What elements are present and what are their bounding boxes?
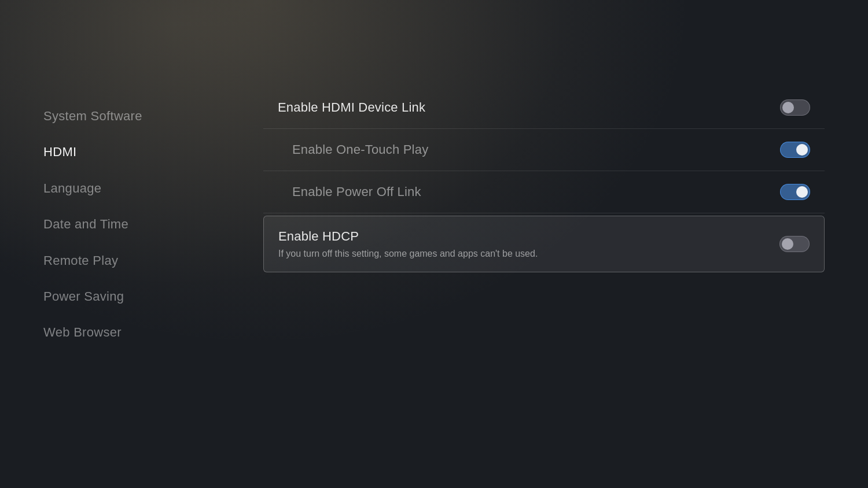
sidebar-item-hdmi[interactable]: HDMI bbox=[43, 134, 252, 170]
setting-text-one-touch-play: Enable One-Touch Play bbox=[292, 142, 780, 157]
setting-label-power-off-link: Enable Power Off Link bbox=[292, 184, 780, 199]
sidebar-item-date-and-time[interactable]: Date and Time bbox=[43, 206, 252, 242]
setting-text-hdcp: Enable HDCPIf you turn off this setting,… bbox=[278, 229, 779, 259]
setting-row-hdcp[interactable]: Enable HDCPIf you turn off this setting,… bbox=[263, 216, 825, 272]
sidebar: System SoftwareHDMILanguageDate and Time… bbox=[43, 81, 252, 453]
setting-text-hdmi-device-link: Enable HDMI Device Link bbox=[278, 100, 780, 115]
setting-row-one-touch-play[interactable]: Enable One-Touch Play bbox=[263, 129, 825, 171]
toggle-hdcp[interactable] bbox=[779, 236, 810, 252]
sidebar-item-language[interactable]: Language bbox=[43, 171, 252, 206]
toggle-power-off-link[interactable] bbox=[780, 184, 810, 200]
toggle-thumb-hdmi-device-link bbox=[782, 102, 794, 113]
toggle-track-hdcp bbox=[779, 236, 810, 252]
toggle-one-touch-play[interactable] bbox=[780, 142, 810, 158]
sidebar-item-web-browser[interactable]: Web Browser bbox=[43, 315, 252, 350]
toggle-thumb-hdcp bbox=[782, 238, 793, 250]
sidebar-item-system-software[interactable]: System Software bbox=[43, 98, 252, 134]
setting-row-hdmi-device-link[interactable]: Enable HDMI Device Link bbox=[263, 87, 825, 129]
toggle-track-one-touch-play bbox=[780, 142, 810, 158]
setting-label-hdmi-device-link: Enable HDMI Device Link bbox=[278, 100, 780, 115]
toggle-track-hdmi-device-link bbox=[780, 99, 810, 116]
setting-description-hdcp: If you turn off this setting, some games… bbox=[278, 249, 779, 259]
setting-label-one-touch-play: Enable One-Touch Play bbox=[292, 142, 780, 157]
content-area: Enable HDMI Device LinkEnable One-Touch … bbox=[252, 81, 825, 453]
toggle-hdmi-device-link[interactable] bbox=[780, 99, 810, 116]
toggle-thumb-power-off-link bbox=[796, 186, 808, 198]
toggle-thumb-one-touch-play bbox=[796, 144, 808, 156]
setting-text-power-off-link: Enable Power Off Link bbox=[292, 184, 780, 199]
sidebar-item-remote-play[interactable]: Remote Play bbox=[43, 243, 252, 279]
setting-label-hdcp: Enable HDCP bbox=[278, 229, 779, 244]
main-layout: System SoftwareHDMILanguageDate and Time… bbox=[43, 81, 825, 453]
setting-row-power-off-link[interactable]: Enable Power Off Link bbox=[263, 171, 825, 213]
toggle-track-power-off-link bbox=[780, 184, 810, 200]
sidebar-item-power-saving[interactable]: Power Saving bbox=[43, 279, 252, 315]
